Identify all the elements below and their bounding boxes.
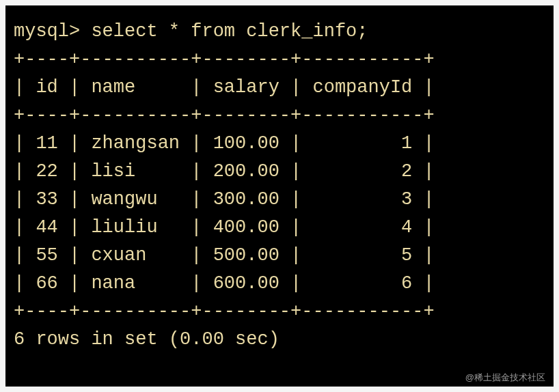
table-row: | 66 | nana | 600.00 | 6 |	[14, 273, 435, 294]
col-header-salary: salary	[213, 77, 280, 98]
table-border-top: +----+----------+--------+-----------+	[14, 49, 435, 70]
table-row: | 33 | wangwu | 300.00 | 3 |	[14, 189, 435, 210]
watermark: @稀土掘金技术社区	[465, 372, 545, 384]
col-header-name: name	[91, 77, 135, 98]
sql-query: select * from clerk_info;	[91, 21, 368, 42]
result-footer: 6 rows in set (0.00 sec)	[14, 329, 280, 350]
mysql-terminal[interactable]: mysql> select * from clerk_info; +----+-…	[5, 5, 554, 387]
table-row: | 55 | cxuan | 500.00 | 5 |	[14, 245, 435, 266]
col-header-id: id	[36, 77, 57, 98]
table-border-mid: +----+----------+--------+-----------+	[14, 105, 435, 126]
table-row: | 11 | zhangsan | 100.00 | 1 |	[14, 133, 435, 154]
table-header-row: | id | name | salary | companyId |	[14, 77, 435, 98]
table-row: | 44 | liuliu | 400.00 | 4 |	[14, 217, 435, 238]
table-border-bottom: +----+----------+--------+-----------+	[14, 301, 435, 322]
table-row: | 22 | lisi | 200.00 | 2 |	[14, 161, 435, 182]
prompt: mysql>	[14, 21, 80, 42]
col-header-companyid: companyId	[312, 77, 412, 98]
